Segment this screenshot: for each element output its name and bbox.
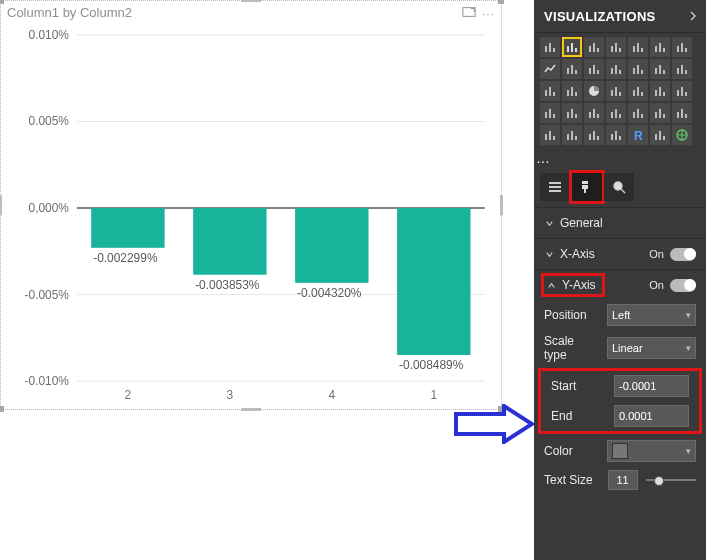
gallery-donut[interactable] — [606, 81, 626, 101]
chart-visual-frame[interactable]: Column1 by Column2 ··· 0.010%0.005%0,000… — [0, 0, 502, 410]
gallery-map[interactable] — [650, 81, 670, 101]
more-options-icon[interactable]: ··· — [482, 7, 495, 21]
y-axis-textsize-slider[interactable] — [646, 479, 696, 481]
svg-rect-68 — [575, 92, 577, 96]
y-axis-scale-row: Scale type Linear ▾ — [534, 330, 706, 366]
gallery-scatter[interactable] — [540, 81, 560, 101]
y-axis-end-value: 0.0001 — [619, 410, 653, 422]
gallery-bubble[interactable] — [562, 81, 582, 101]
svg-rect-45 — [567, 68, 569, 74]
y-axis-scale-label: Scale type — [544, 334, 599, 362]
svg-rect-104 — [549, 131, 551, 140]
gallery-kpi[interactable] — [628, 103, 648, 123]
svg-rect-91 — [611, 112, 613, 118]
gallery-filled-map[interactable] — [672, 81, 692, 101]
gallery-stacked-bar-100-h[interactable] — [650, 37, 670, 57]
y-axis-toggle-label: On — [649, 279, 664, 291]
y-axis-position-select[interactable]: Left ▾ — [607, 304, 696, 326]
tab-format[interactable] — [572, 173, 602, 201]
gallery-clustered-bar-h[interactable] — [628, 37, 648, 57]
gallery-globe[interactable] — [672, 125, 692, 145]
resize-handle-tr[interactable] — [498, 0, 504, 4]
svg-text:2: 2 — [125, 388, 132, 402]
section-x-axis[interactable]: X-Axis On — [534, 238, 706, 269]
y-axis-start-input[interactable]: -0.0001 — [614, 375, 689, 397]
svg-rect-92 — [615, 109, 617, 118]
resize-handle-left[interactable] — [0, 195, 2, 215]
svg-rect-117 — [659, 131, 661, 140]
gallery-treemap[interactable] — [628, 81, 648, 101]
gallery-slicer[interactable] — [650, 103, 670, 123]
section-x-axis-label: X-Axis — [560, 247, 595, 261]
gallery-funnel[interactable] — [540, 103, 560, 123]
svg-rect-107 — [571, 131, 573, 140]
svg-rect-44 — [685, 48, 687, 52]
focus-mode-icon[interactable] — [462, 5, 476, 22]
gallery-line-stacked[interactable] — [628, 59, 648, 79]
svg-rect-26 — [553, 48, 555, 52]
svg-text:0,000%: 0,000% — [29, 201, 70, 215]
chart-title: Column1 by Column2 — [7, 5, 132, 20]
svg-rect-64 — [549, 87, 551, 96]
gallery-ribbon[interactable] — [672, 37, 692, 57]
gallery-multi-row-card[interactable] — [606, 103, 626, 123]
svg-point-124 — [614, 182, 622, 190]
y-axis-end-label: End — [551, 409, 606, 423]
y-axis-toggle[interactable] — [670, 279, 696, 292]
y-axis-scale-select[interactable]: Linear ▾ — [607, 337, 696, 359]
tab-analytics[interactable] — [604, 173, 634, 201]
gallery-clustered-column[interactable] — [562, 37, 582, 57]
resize-handle-bottom[interactable] — [241, 408, 261, 411]
resize-handle-tl[interactable] — [0, 0, 4, 4]
gallery-stacked-100-column[interactable] — [606, 37, 626, 57]
svg-rect-53 — [619, 70, 621, 74]
svg-rect-73 — [633, 90, 635, 96]
gallery-table2[interactable] — [562, 125, 582, 145]
gallery-r-visual[interactable]: R — [628, 125, 648, 145]
visualizations-header[interactable]: VISUALIZATIONS — [534, 0, 706, 33]
gallery-py-visual[interactable] — [650, 125, 670, 145]
x-axis-toggle[interactable] — [670, 248, 696, 261]
svg-rect-49 — [593, 65, 595, 74]
resize-handle-right[interactable] — [500, 195, 503, 215]
svg-rect-58 — [659, 65, 661, 74]
gallery-matrix[interactable] — [540, 125, 560, 145]
gallery-stacked-bar-h[interactable] — [540, 37, 560, 57]
gallery-card[interactable] — [584, 103, 604, 123]
gallery-line-clustered[interactable] — [606, 59, 626, 79]
gallery-more-button[interactable]: … — [534, 149, 554, 167]
svg-rect-114 — [619, 136, 621, 140]
svg-rect-105 — [553, 136, 555, 140]
y-axis-textsize-input[interactable]: 11 — [608, 470, 638, 490]
resize-handle-top[interactable] — [241, 0, 261, 2]
gallery-pie[interactable] — [584, 81, 604, 101]
svg-rect-32 — [597, 48, 599, 52]
svg-rect-85 — [567, 112, 569, 118]
section-general-label: General — [560, 216, 603, 230]
gallery-combo[interactable] — [672, 59, 692, 79]
svg-rect-56 — [641, 70, 643, 74]
svg-rect-46 — [571, 65, 573, 74]
svg-rect-27 — [567, 46, 569, 52]
gallery-line[interactable] — [540, 59, 560, 79]
svg-rect-74 — [637, 87, 639, 96]
gallery-waterfall[interactable] — [650, 59, 670, 79]
section-y-axis[interactable]: Y-Axis On — [534, 269, 706, 300]
svg-rect-39 — [655, 46, 657, 52]
svg-rect-25 — [549, 43, 551, 52]
svg-rect-87 — [575, 114, 577, 118]
y-axis-end-input[interactable]: 0.0001 — [614, 405, 689, 427]
gallery-gauge[interactable] — [562, 103, 582, 123]
caret-down-icon: ▾ — [686, 343, 691, 353]
gallery-table3[interactable] — [584, 125, 604, 145]
gallery-area[interactable] — [562, 59, 582, 79]
y-axis-color-select[interactable]: ▾ — [607, 440, 696, 462]
gallery-table[interactable] — [672, 103, 692, 123]
gallery-stacked-area[interactable] — [584, 59, 604, 79]
section-general[interactable]: General — [534, 207, 706, 238]
gallery-stacked-column[interactable] — [584, 37, 604, 57]
gallery-arcgis[interactable] — [606, 125, 626, 145]
tab-fields[interactable] — [540, 173, 570, 201]
resize-handle-bl[interactable] — [0, 406, 4, 412]
color-chip — [612, 443, 628, 459]
